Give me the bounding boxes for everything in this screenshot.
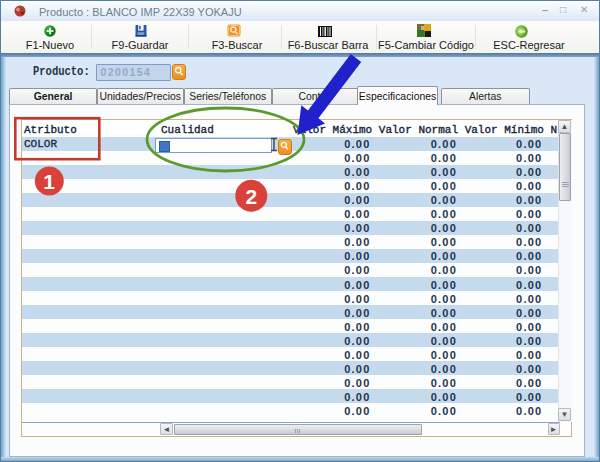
svg-text:2: 2: [245, 185, 257, 208]
svg-text:1: 1: [43, 170, 55, 193]
